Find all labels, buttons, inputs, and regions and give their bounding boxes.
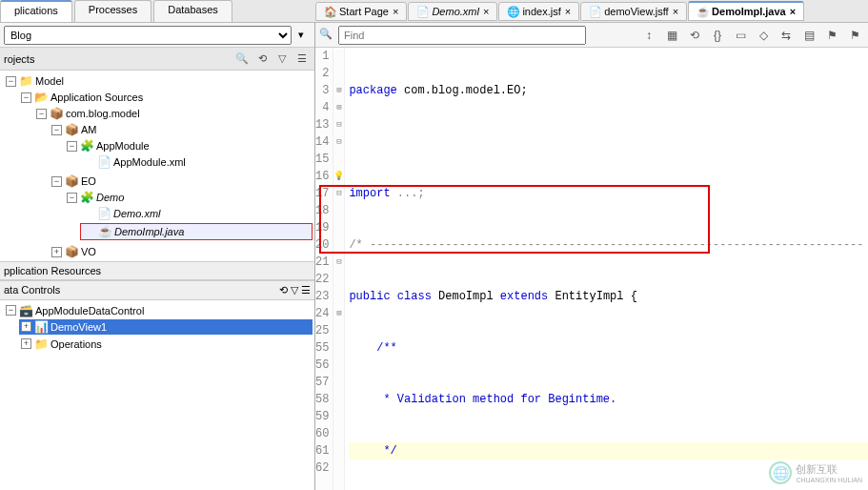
braces-icon[interactable]: {} bbox=[708, 26, 727, 45]
tab-index-jsf[interactable]: 🌐index.jsf× bbox=[498, 2, 579, 21]
jsff-icon: 📄 bbox=[589, 6, 600, 17]
tree-node-am[interactable]: −📦AM bbox=[50, 122, 313, 137]
close-icon[interactable]: × bbox=[393, 6, 398, 17]
tree-node-model[interactable]: −📁Model bbox=[4, 73, 313, 89]
bookmark-icon[interactable]: ⚑ bbox=[822, 26, 841, 45]
fold-gutter: ⊞ ⊞ ⊟ ⊟ 💡 ⊟ ⊟ ⊞ bbox=[333, 48, 345, 490]
tab-demoimpl-java[interactable]: ☕DemoImpl.java× bbox=[688, 1, 804, 21]
tab-demoview-jsff[interactable]: 📄demoView.jsff× bbox=[580, 2, 687, 21]
bookmark-next-icon[interactable]: ⚑ bbox=[845, 26, 864, 45]
project-icon: 📁 bbox=[19, 74, 32, 88]
close-icon[interactable]: × bbox=[673, 6, 678, 17]
application-selector[interactable]: Blog bbox=[4, 26, 292, 45]
expander-icon[interactable]: − bbox=[21, 92, 31, 103]
project-tree: −📁Model −📂Application Sources −📦com.blog… bbox=[0, 71, 314, 261]
structure-icon[interactable]: ▦ bbox=[662, 26, 681, 45]
tree-node-demo-xml[interactable]: 📄Demo.xml bbox=[80, 206, 313, 221]
dc-root[interactable]: −🗃️AppModuleDataControl bbox=[4, 303, 313, 318]
tree-node-appmodule[interactable]: −🧩AppModule bbox=[65, 138, 313, 153]
refresh-icon[interactable]: ⟲ bbox=[279, 284, 288, 296]
close-icon[interactable]: × bbox=[790, 6, 796, 17]
code-editor[interactable]: 1234 13141516 17181920 21222324 25555657… bbox=[315, 48, 868, 490]
data-controls-tree: −🗃️AppModuleDataControl +📊DemoView1 +📁Op… bbox=[0, 300, 314, 491]
filter-icon[interactable]: ▽ bbox=[291, 284, 298, 296]
refresh-icon[interactable]: ⟲ bbox=[253, 51, 271, 68]
tab-applications[interactable]: plications bbox=[0, 0, 72, 22]
options-icon[interactable]: ☰ bbox=[301, 284, 311, 296]
fold-toggle[interactable]: ⊟ bbox=[333, 185, 344, 202]
expander-icon[interactable]: − bbox=[51, 125, 62, 135]
data-controls-label: ata Controls bbox=[4, 284, 60, 296]
tab-label: index.jsf bbox=[522, 6, 560, 17]
block-icon[interactable]: ▭ bbox=[731, 26, 750, 45]
close-icon[interactable]: × bbox=[565, 6, 571, 17]
module-icon: 🧩 bbox=[80, 139, 93, 153]
tab-label: Demo.xml bbox=[432, 6, 479, 17]
tab-label: Start Page bbox=[339, 6, 389, 17]
expander-icon[interactable]: − bbox=[67, 193, 77, 203]
view-icon: 📊 bbox=[34, 320, 48, 334]
tree-node-app-sources[interactable]: −📂Application Sources bbox=[19, 90, 313, 105]
tab-databases[interactable]: Databases bbox=[153, 0, 232, 22]
dc-operations[interactable]: +📁Operations bbox=[19, 337, 313, 352]
expander-icon[interactable]: − bbox=[6, 305, 16, 316]
package-icon: 📦 bbox=[65, 123, 78, 136]
jsf-icon: 🌐 bbox=[507, 6, 518, 17]
fold-toggle[interactable]: ⊞ bbox=[333, 82, 344, 99]
expander-icon[interactable]: − bbox=[51, 176, 62, 187]
tree-node-appmodule-xml[interactable]: 📄AppModule.xml bbox=[80, 154, 313, 170]
projects-label: rojects bbox=[4, 53, 34, 65]
package-icon: 📦 bbox=[50, 107, 63, 120]
expander-icon[interactable]: − bbox=[36, 109, 47, 119]
expander-icon[interactable]: + bbox=[51, 247, 62, 257]
tab-label: demoView.jsff bbox=[604, 6, 668, 17]
folder-icon: 📂 bbox=[34, 91, 48, 104]
home-icon: 🏠 bbox=[324, 6, 335, 17]
close-icon[interactable]: × bbox=[483, 6, 489, 17]
tree-node-demo[interactable]: −🧩Demo bbox=[65, 190, 313, 205]
app-menu-dropdown[interactable]: ▾ bbox=[292, 29, 311, 41]
filter-icon[interactable]: ▽ bbox=[273, 51, 291, 68]
tab-demo-xml[interactable]: 📄Demo.xml× bbox=[408, 2, 497, 21]
package-icon: 📦 bbox=[65, 245, 78, 258]
application-resources-header[interactable]: pplication Resources bbox=[0, 261, 314, 280]
tree-node-vo[interactable]: +📦VO bbox=[50, 244, 313, 259]
diamond-icon[interactable]: ◇ bbox=[754, 26, 773, 45]
tab-start-page[interactable]: 🏠Start Page× bbox=[315, 2, 407, 21]
java-icon: ☕ bbox=[98, 225, 111, 238]
search-icon[interactable]: 🔍 bbox=[233, 51, 251, 68]
fold-toggle[interactable]: ⊟ bbox=[333, 133, 344, 151]
tab-processes[interactable]: Processes bbox=[74, 0, 151, 22]
search-icon[interactable]: 🔍 bbox=[319, 28, 334, 43]
tree-node-eo[interactable]: −📦EO bbox=[50, 174, 313, 189]
find-input[interactable] bbox=[338, 26, 586, 45]
options-icon[interactable]: ☰ bbox=[293, 51, 311, 68]
fold-toggle[interactable]: ⊟ bbox=[333, 116, 344, 133]
package-icon: 📦 bbox=[65, 174, 78, 188]
history-icon[interactable]: ⟲ bbox=[685, 26, 704, 45]
entity-icon: 🧩 bbox=[80, 191, 93, 204]
fold-toggle[interactable]: ⊟ bbox=[333, 254, 344, 271]
dc-demoview[interactable]: +📊DemoView1 bbox=[19, 319, 313, 335]
compare-icon[interactable]: ⇆ bbox=[777, 26, 796, 45]
expander-icon[interactable]: + bbox=[21, 338, 31, 349]
fold-toggle[interactable]: ⊞ bbox=[333, 305, 344, 322]
list-icon[interactable]: ▤ bbox=[799, 26, 818, 45]
java-icon: ☕ bbox=[696, 6, 708, 17]
code-content[interactable]: package com.blog.model.EO; import ...; /… bbox=[345, 48, 868, 490]
folder-icon: 📁 bbox=[34, 337, 48, 351]
xml-icon: 📄 bbox=[416, 6, 428, 17]
expander-icon[interactable]: + bbox=[21, 321, 31, 332]
tree-node-demoimpl-java[interactable]: ☕DemoImpl.java bbox=[80, 223, 313, 240]
fold-toggle[interactable]: ⊞ bbox=[333, 99, 344, 116]
data-control-icon: 🗃️ bbox=[19, 304, 32, 317]
expander-icon[interactable]: − bbox=[6, 76, 16, 87]
nav-icon[interactable]: ↕ bbox=[639, 26, 658, 45]
expander-icon[interactable]: − bbox=[67, 141, 77, 152]
tab-label: DemoImpl.java bbox=[712, 6, 786, 17]
tree-node-package[interactable]: −📦com.blog.model bbox=[34, 106, 313, 121]
file-icon: 📄 bbox=[97, 155, 111, 169]
line-gutter: 1234 13141516 17181920 21222324 25555657… bbox=[315, 48, 333, 490]
xml-icon: 📄 bbox=[97, 207, 111, 220]
